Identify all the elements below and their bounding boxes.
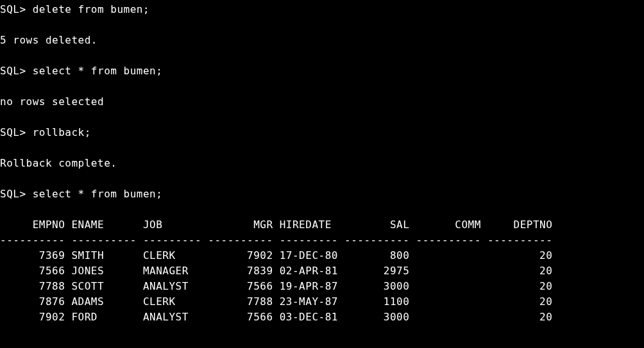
sql-command: rollback; [33,126,91,138]
terminal-output[interactable]: SQL> delete from bumen; 5 rows deleted. … [0,0,644,325]
table-row: 7902 FORD ANALYST 7566 03-DEC-81 3000 20 [0,311,552,323]
prompt: SQL> [0,65,26,77]
sql-command: delete from bumen; [33,3,149,15]
table-row: 7876 ADAMS CLERK 7788 23-MAY-87 1100 20 [0,295,552,308]
table-divider: ---------- ---------- --------- --------… [0,234,552,246]
table-row: 7566 JONES MANAGER 7839 02-APR-81 2975 2… [0,265,552,277]
prompt: SQL> [0,3,26,15]
prompt: SQL> [0,188,26,200]
table-row: 7369 SMITH CLERK 7902 17-DEC-80 800 20 [0,249,552,261]
sql-response: Rollback complete. [0,157,117,169]
sql-response: no rows selected [0,95,104,108]
sql-command: select * from bumen; [33,65,163,77]
prompt: SQL> [0,126,26,138]
table-row: 7788 SCOTT ANALYST 7566 19-APR-87 3000 2… [0,280,552,292]
sql-command: select * from bumen; [33,188,163,200]
sql-response: 5 rows deleted. [0,34,97,46]
table-header: EMPNO ENAME JOB MGR HIREDATE SAL COMM DE… [0,219,552,231]
